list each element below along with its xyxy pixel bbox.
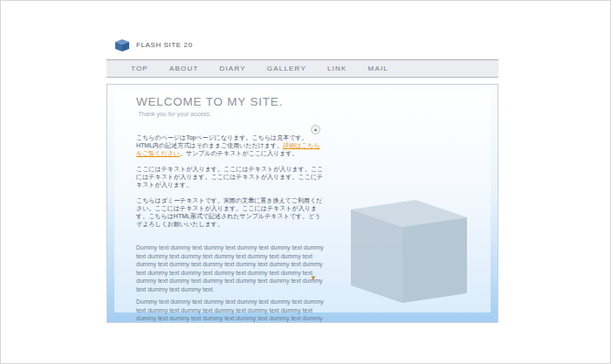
main-panel: WELCOME TO MY SITE. Thank you for your a…: [106, 84, 498, 323]
content-column: WELCOME TO MY SITE. Thank you for your a…: [136, 95, 324, 323]
scroll-up-button[interactable]: ▲: [311, 125, 320, 134]
jp-paragraph-2: ここにはテキストが入ります。ここにはテキストが入ります。ここにはテキストが入りま…: [136, 165, 324, 189]
page-subtitle: Thank you for your access.: [138, 111, 324, 117]
main-navigation: TOP ABOUT DIARY GALLERY LINK MAIL: [106, 59, 498, 78]
dummy-paragraph-1: Dummy text dummy text dummy text dummy t…: [136, 244, 324, 293]
cube-graphic: [344, 194, 475, 307]
jp-paragraph-3: こちらはダミーテキストです。実際の文章に置き換えてご利用ください。ここにはテキス…: [136, 196, 324, 228]
dummy-paragraph-2: Dummy text dummy text dummy text dummy t…: [136, 298, 324, 323]
nav-item-diary[interactable]: DIARY: [219, 65, 245, 72]
main-panel-inner: WELCOME TO MY SITE. Thank you for your a…: [114, 90, 491, 312]
page-title: WELCOME TO MY SITE.: [136, 95, 324, 108]
arrow-down-icon: ▼: [310, 274, 317, 282]
jp-paragraph-1-post: 。サンプルのテキストがここに入ります。: [180, 150, 299, 156]
site-logo-cube-icon: [114, 38, 130, 52]
jp-paragraph-1: こちらのページはTopページになります。こちらは見本です。 HTML内の記述方式…: [136, 134, 324, 157]
japanese-text-block: こちらのページはTopページになります。こちらは見本です。 HTML内の記述方式…: [136, 126, 324, 236]
scroll-down-button[interactable]: ▼: [310, 275, 317, 282]
arrow-up-icon: ▲: [313, 127, 318, 132]
nav-item-gallery[interactable]: GALLERY: [267, 65, 306, 72]
nav-item-mail[interactable]: MAIL: [368, 65, 388, 72]
nav-item-link[interactable]: LINK: [327, 65, 347, 72]
nav-item-about[interactable]: ABOUT: [169, 65, 199, 72]
site-brand: FLASH SITE 20: [136, 41, 193, 49]
nav-item-top[interactable]: TOP: [131, 65, 148, 72]
